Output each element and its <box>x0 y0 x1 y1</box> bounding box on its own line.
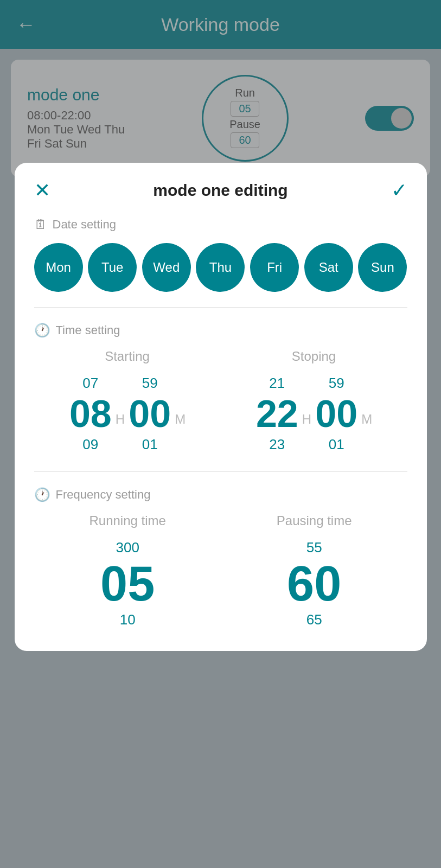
stoping-hour-above: 21 <box>269 372 285 395</box>
freq-section-header: 🕐 Frequency setting <box>34 487 407 502</box>
stoping-hour-below: 23 <box>269 433 285 456</box>
time-section-header: 🕐 Time setting <box>34 323 407 338</box>
running-column: Running time 300 05 10 <box>89 513 165 631</box>
starting-picker: 07 08 09 H 59 00 01 M <box>69 372 186 456</box>
day-tue[interactable]: Tue <box>88 243 137 292</box>
modal-header: ✕ mode one editing ✓ <box>34 179 407 202</box>
day-mon[interactable]: Mon <box>34 243 83 292</box>
day-wed[interactable]: Wed <box>142 243 191 292</box>
stoping-picker: 21 22 23 H 59 00 01 M <box>255 372 372 456</box>
freq-section-label: Frequency setting <box>56 488 151 502</box>
time-section: 🕐 Time setting Starting 07 08 09 H <box>34 323 407 472</box>
pausing-above: 55 <box>306 536 322 559</box>
starting-min-current: 00 <box>129 395 171 433</box>
starting-hour-above: 07 <box>82 372 98 395</box>
day-thu[interactable]: Thu <box>196 243 245 292</box>
pausing-current: 60 <box>287 559 341 608</box>
stoping-m-unit: M <box>361 412 372 427</box>
stoping-hour-spinner[interactable]: 21 22 23 <box>255 372 299 456</box>
pausing-below: 65 <box>306 608 322 631</box>
stoping-min-above: 59 <box>329 372 344 395</box>
running-label: Running time <box>89 513 165 528</box>
running-above: 300 <box>116 536 139 559</box>
starting-column: Starting 07 08 09 H 59 00 01 <box>69 349 186 456</box>
date-section-header: 🗓 Date setting <box>34 217 407 232</box>
starting-hour-below: 09 <box>82 433 98 456</box>
starting-min-spinner[interactable]: 59 00 01 <box>128 372 171 456</box>
modal-overlay: ✕ mode one editing ✓ 🗓 Date setting Mon … <box>0 0 441 868</box>
calendar-icon: 🗓 <box>34 217 47 232</box>
modal-title: mode one editing <box>153 181 287 200</box>
time-section-label: Time setting <box>56 323 120 337</box>
starting-min-above: 59 <box>142 372 158 395</box>
running-current: 05 <box>100 559 155 608</box>
frequency-section: 🕐 Frequency setting Running time 300 05 … <box>34 487 407 631</box>
close-button[interactable]: ✕ <box>34 179 50 202</box>
stoping-min-below: 01 <box>329 433 344 456</box>
stoping-min-current: 00 <box>315 395 357 433</box>
stoping-column: Stoping 21 22 23 H 59 00 01 M <box>255 349 372 456</box>
starting-hour-spinner[interactable]: 07 08 09 <box>69 372 112 456</box>
starting-min-below: 01 <box>142 433 158 456</box>
running-below: 10 <box>120 608 136 631</box>
day-fri[interactable]: Fri <box>250 243 299 292</box>
starting-h-unit: H <box>116 412 125 427</box>
pausing-spinner[interactable]: 55 60 65 <box>277 536 352 631</box>
days-row: Mon Tue Wed Thu Fri Sat Sun <box>34 243 407 308</box>
day-sun[interactable]: Sun <box>358 243 407 292</box>
pausing-column: Pausing time 55 60 65 <box>277 513 352 631</box>
day-sat[interactable]: Sat <box>304 243 353 292</box>
freq-clock-icon: 🕐 <box>34 487 50 502</box>
pausing-label: Pausing time <box>277 513 352 528</box>
stoping-label: Stoping <box>255 349 372 364</box>
stoping-h-unit: H <box>302 412 311 427</box>
stoping-hour-current: 22 <box>256 395 298 433</box>
date-section-label: Date setting <box>53 218 116 232</box>
freq-columns: Running time 300 05 10 Pausing time 55 6… <box>34 513 407 631</box>
time-columns: Starting 07 08 09 H 59 00 01 <box>34 349 407 456</box>
edit-modal: ✕ mode one editing ✓ 🗓 Date setting Mon … <box>15 163 427 651</box>
stoping-min-spinner[interactable]: 59 00 01 <box>315 372 358 456</box>
starting-hour-current: 08 <box>69 395 112 433</box>
confirm-button[interactable]: ✓ <box>391 179 407 202</box>
running-spinner[interactable]: 300 05 10 <box>89 536 165 631</box>
starting-label: Starting <box>69 349 186 364</box>
clock-icon: 🕐 <box>34 323 50 338</box>
starting-m-unit: M <box>175 412 186 427</box>
